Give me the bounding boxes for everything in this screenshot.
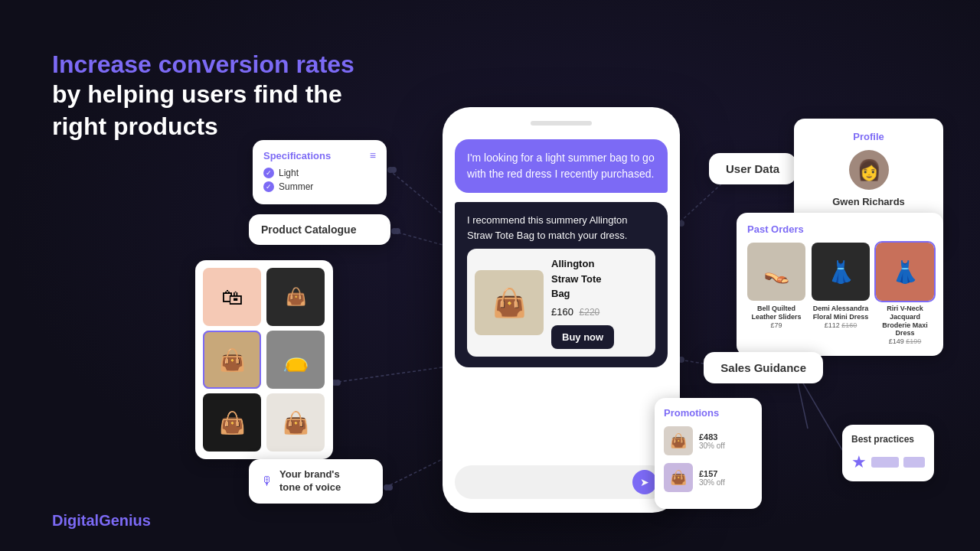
best-practices-card: Best practices ★ bbox=[842, 425, 934, 481]
svg-line-3 bbox=[393, 231, 443, 245]
buy-now-button[interactable]: Buy now bbox=[551, 325, 614, 349]
promo-price-1: £483 bbox=[699, 432, 725, 442]
promo-price-2: £157 bbox=[699, 469, 725, 478]
profile-title: Profile bbox=[806, 131, 931, 142]
check-icon: ✓ bbox=[263, 168, 274, 178]
promo-image-1: 👜 bbox=[664, 426, 693, 455]
order-image-1: 👡 bbox=[747, 243, 805, 301]
svg-point-2 bbox=[390, 167, 397, 173]
order-name-2: Demi Alessandra Floral Mini Dress bbox=[812, 305, 870, 321]
user-message-bubble: I'm looking for a light summer bag to go… bbox=[455, 139, 668, 193]
svg-line-9 bbox=[385, 459, 443, 487]
tone-label: Your brand'stone of voice bbox=[279, 468, 341, 494]
headline-accent: Increase conversion rates bbox=[52, 50, 354, 79]
past-orders-title: Past Orders bbox=[747, 223, 933, 235]
grid-item-4: 👝 bbox=[266, 331, 325, 389]
svg-point-10 bbox=[384, 484, 390, 491]
svg-point-5 bbox=[394, 228, 400, 234]
specifications-card: Specifications ≡ ✓ Light ✓ Summer bbox=[253, 140, 387, 204]
order-price-3: £149 £199 bbox=[876, 337, 934, 345]
bot-message-bubble: I recommend this summery Allington Straw… bbox=[455, 202, 668, 367]
past-orders-card: Past Orders 👡 Bell Quilted Leather Slide… bbox=[737, 213, 943, 356]
logo: DigitalGenius bbox=[52, 512, 151, 530]
specs-title: Specifications bbox=[263, 150, 331, 161]
grid-item-1: 🛍 bbox=[203, 268, 261, 326]
headline-main: by helping users find theright products bbox=[52, 79, 354, 142]
order-item-1: 👡 Bell Quilted Leather Sliders £79 bbox=[747, 243, 805, 345]
headline: Increase conversion rates by helping use… bbox=[52, 50, 354, 143]
order-name-3: Riri V-Neck Jacquard Broderie Maxi Dress bbox=[876, 305, 934, 337]
grid-item-3: 👜 bbox=[203, 331, 261, 389]
product-name: AllingtonStraw ToteBag bbox=[551, 256, 648, 302]
logo-part2: Genius bbox=[99, 512, 151, 529]
svg-point-8 bbox=[335, 380, 341, 386]
product-price-old: £220 bbox=[580, 307, 600, 318]
profile-name: Gwen Richards bbox=[806, 196, 931, 207]
promotions-card: Promotions 👜 £483 30% off 👜 £157 30% off bbox=[655, 398, 762, 509]
sales-guidance-card: Sales Guidance bbox=[704, 352, 823, 383]
mic-icon: 🎙 bbox=[261, 474, 273, 488]
sales-guidance-label: Sales Guidance bbox=[720, 361, 806, 374]
spec-item-summer: ✓ Summer bbox=[263, 181, 376, 192]
check-icon: ✓ bbox=[263, 181, 274, 192]
promo-image-2: 👜 bbox=[664, 463, 693, 492]
order-image-3: 👗 bbox=[876, 243, 934, 301]
order-item-3: 👗 Riri V-Neck Jacquard Broderie Maxi Dre… bbox=[876, 243, 934, 345]
product-grid-card: 🛍 👜 👜 👝 👜 👜 bbox=[195, 260, 333, 459]
user-data-label: User Data bbox=[726, 162, 779, 175]
grid-item-5: 👜 bbox=[203, 393, 261, 452]
star-icon: ★ bbox=[851, 452, 867, 472]
svg-line-0 bbox=[389, 170, 443, 214]
best-practices-title: Best practices bbox=[851, 434, 925, 445]
order-price-2: £112 £160 bbox=[812, 321, 870, 329]
promo-item-1: 👜 £483 30% off bbox=[664, 426, 753, 455]
order-price-1: £79 bbox=[747, 321, 805, 329]
product-image bbox=[475, 270, 544, 335]
profile-avatar: 👩 bbox=[849, 150, 889, 190]
svg-point-11 bbox=[387, 484, 393, 491]
sliders-icon: ≡ bbox=[370, 149, 376, 161]
promo-item-2: 👜 £157 30% off bbox=[664, 463, 753, 492]
promo-off-1: 30% off bbox=[699, 442, 725, 450]
order-image-2: 👗 bbox=[812, 243, 870, 301]
product-info: AllingtonStraw ToteBag £160 £220 Buy now bbox=[551, 256, 648, 349]
user-data-card: User Data bbox=[709, 153, 796, 184]
svg-point-4 bbox=[391, 228, 397, 234]
product-catalogue-card: Product Catalogue bbox=[249, 214, 390, 245]
orders-grid: 👡 Bell Quilted Leather Sliders £79 👗 Dem… bbox=[747, 243, 933, 345]
tone-of-voice-card: 🎙 Your brand'stone of voice bbox=[249, 459, 383, 504]
bp-bar-2 bbox=[903, 457, 925, 468]
svg-line-6 bbox=[333, 367, 443, 383]
phone-chat-input[interactable]: ➤ bbox=[455, 465, 668, 499]
catalogue-label: Product Catalogue bbox=[261, 223, 356, 236]
order-name-1: Bell Quilted Leather Sliders bbox=[747, 305, 805, 321]
best-practices-icons: ★ bbox=[851, 452, 925, 472]
grid-item-6: 👜 bbox=[266, 393, 325, 452]
phone-notch bbox=[531, 121, 592, 126]
send-button[interactable]: ➤ bbox=[632, 470, 657, 494]
svg-point-1 bbox=[387, 167, 394, 173]
bp-bar-1 bbox=[871, 457, 899, 468]
order-item-2: 👗 Demi Alessandra Floral Mini Dress £112… bbox=[812, 243, 870, 345]
product-price: £160 £220 bbox=[551, 305, 648, 320]
logo-part1: Digital bbox=[52, 512, 99, 529]
phone-mockup: I'm looking for a light summer bag to go… bbox=[443, 107, 680, 513]
spec-item-light: ✓ Light bbox=[263, 168, 376, 178]
product-recommendation-card: AllingtonStraw ToteBag £160 £220 Buy now bbox=[467, 249, 655, 357]
grid-item-2: 👜 bbox=[266, 268, 325, 326]
promotions-title: Promotions bbox=[664, 407, 753, 419]
promo-off-2: 30% off bbox=[699, 478, 725, 487]
